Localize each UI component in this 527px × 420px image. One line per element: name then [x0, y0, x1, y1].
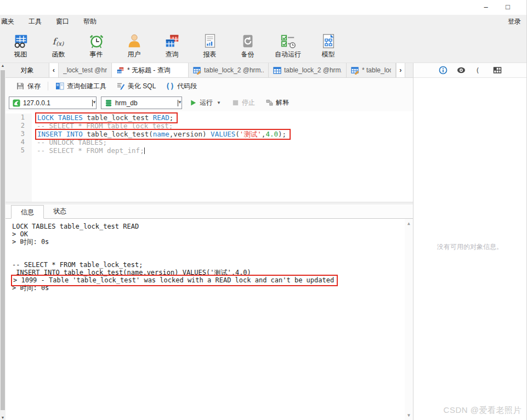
scroll-down-icon[interactable]: ▼: [0, 416, 5, 419]
query-icon: [116, 66, 124, 75]
code-snippet-icon: (): [166, 82, 174, 90]
query-icon: [164, 33, 180, 49]
line-number: 3: [5, 130, 32, 138]
message-line: > 时间: 0s: [12, 238, 401, 246]
query-builder-icon: [55, 82, 64, 90]
connection-icon: [13, 99, 20, 107]
backup-icon: [240, 33, 256, 49]
toolbar-button-backup[interactable]: 备份: [229, 30, 267, 61]
titlebar: – □: [0, 0, 526, 15]
annotation-box: > 1099 - Table 'table_lock_test' was loc…: [11, 275, 338, 286]
event-icon: [88, 33, 105, 49]
menu-item[interactable]: 窗口: [49, 15, 76, 29]
maximize-button[interactable]: □: [497, 1, 519, 15]
run-button[interactable]: 运行 ▼: [186, 98, 224, 107]
grid-icon[interactable]: [493, 66, 502, 75]
empty-info-text: 没有可用的对象信息。: [413, 242, 526, 252]
svg-text:(x): (x): [56, 40, 64, 47]
left-scrollbar[interactable]: ▲ ▼: [0, 63, 5, 420]
menu-item[interactable]: 工具: [21, 15, 49, 29]
left-scrollbar-thumb[interactable]: [1, 70, 5, 410]
sql-line[interactable]: LOCK TABLES table_lock_test READ;: [37, 113, 413, 122]
save-icon: [16, 82, 25, 90]
toolbar-button-func[interactable]: f(x)函数: [39, 30, 77, 61]
connection-bar: 127.0.0.1 ▼ hrm_db ▼ 运行 ▼ 停止: [5, 94, 413, 111]
sql-editor[interactable]: 12345 LOCK TABLES table_lock_test READ;-…: [5, 111, 413, 202]
message-line: -- SELECT * FROM table_lock_test;: [12, 261, 401, 269]
info-icon[interactable]: [439, 66, 447, 75]
table-icon: [273, 66, 281, 75]
minimize-button[interactable]: –: [475, 1, 497, 15]
annotation-box: INSERT INTO table_lock_test(name,version…: [35, 129, 291, 140]
toolbar-divider: [48, 82, 48, 90]
editor-tab[interactable]: table_lock_2 @hrm...: [269, 63, 347, 77]
eye-icon[interactable]: [457, 66, 466, 75]
menu-item[interactable]: 帮助: [76, 15, 104, 29]
toolbar-button-model[interactable]: 模型: [309, 30, 347, 61]
chevron-down-icon: ▼: [92, 100, 93, 106]
sql-line[interactable]: INSERT INTO table_lock_test(name,version…: [37, 130, 413, 138]
stop-button: 停止: [229, 98, 258, 107]
line-number: 4: [5, 138, 32, 146]
bottom-tabs: 信息 状态: [5, 205, 413, 219]
scroll-down-icon[interactable]: ▼: [405, 413, 413, 418]
run-dropdown-icon[interactable]: ▼: [217, 100, 221, 105]
object-info-header: ( ): [413, 63, 526, 78]
model-icon: [320, 33, 337, 49]
editor-tab[interactable]: table_lock_2 @hrm...: [189, 63, 269, 77]
message-line: LOCK TABLES table_lock_test READ: [12, 223, 401, 230]
save-button[interactable]: 保存: [11, 80, 46, 93]
toolbar-button-event[interactable]: 事件: [77, 30, 115, 61]
view-icon: [13, 33, 29, 49]
tab-objects[interactable]: 对象: [5, 63, 49, 77]
tab-info[interactable]: 信息: [11, 205, 44, 219]
login-button[interactable]: 登录: [502, 15, 526, 29]
toolbar-button-auto[interactable]: 自动运行: [267, 30, 309, 61]
tab-scroll-left-button[interactable]: ‹: [49, 63, 59, 77]
fx-icon: f(x): [50, 33, 67, 49]
editor-tab[interactable]: _lock_test @hr...: [59, 63, 112, 77]
scroll-up-icon[interactable]: ▲: [405, 221, 413, 226]
message-line: [12, 246, 401, 253]
menu-items: 藏夹工具窗口帮助: [0, 15, 104, 29]
run-icon: [190, 99, 197, 106]
line-number: 1: [5, 113, 32, 122]
menu-item[interactable]: 藏夹: [0, 15, 21, 29]
object-info-body: 没有可用的对象信息。 CSDN @爱看老照片: [413, 78, 526, 420]
navicat-window: – □ 藏夹工具窗口帮助 登录 视图f(x)函数事件用户查询报表备份自动运行模型…: [0, 0, 527, 420]
line-number: 2: [5, 122, 32, 130]
toolbar-button-user[interactable]: 用户: [115, 30, 153, 61]
query-builder-button[interactable]: 查询创建工具: [50, 80, 111, 93]
sql-code[interactable]: LOCK TABLES table_lock_test READ;-- SELE…: [32, 113, 413, 202]
line-number: 5: [5, 146, 32, 155]
snippet-icon[interactable]: ( ): [475, 66, 484, 75]
toolbar-button-query[interactable]: 查询: [153, 30, 191, 61]
toolbar-button-view[interactable]: 视图: [2, 30, 39, 61]
connection-select[interactable]: 127.0.0.1 ▼: [9, 97, 97, 109]
message-panel: LOCK TABLES table_lock_test READ> OK> 时间…: [5, 219, 413, 420]
editor-tab[interactable]: * 无标题 - 查询: [112, 63, 189, 77]
menubar: 藏夹工具窗口帮助 登录: [0, 15, 526, 29]
main-region: ▲ ▼ 对象 ‹ _lock_test @hr...* 无标题 - 查询tabl…: [0, 63, 526, 420]
report-icon: [202, 33, 218, 49]
beautify-sql-button[interactable]: 美化 SQL: [111, 80, 161, 93]
message-line: > OK: [12, 230, 401, 238]
editor-tabs: _lock_test @hr...* 无标题 - 查询table_lock_2 …: [59, 63, 396, 77]
toolbar-button-report[interactable]: 报表: [191, 30, 229, 61]
object-info-panel: ( ) 没有可用的对象信息。 CSDN @爱看老照片: [413, 63, 526, 420]
scroll-up-icon[interactable]: ▲: [0, 64, 5, 67]
message-line: > 1099 - Table 'table_lock_test' was loc…: [12, 276, 401, 284]
message-scrollbar[interactable]: ▲ ▼: [405, 219, 413, 420]
line-number-gutter: 12345: [5, 113, 32, 202]
editor-tab[interactable]: * table_loc: [347, 63, 396, 77]
message-lines: LOCK TABLES table_lock_test READ> OK> 时间…: [12, 223, 401, 292]
query-toolbar: 保存 查询创建工具 美化 SQL () 代码段: [5, 78, 413, 94]
database-select[interactable]: hrm_db ▼: [101, 97, 182, 109]
tab-status[interactable]: 状态: [44, 205, 76, 218]
explain-button[interactable]: 解释: [263, 98, 292, 107]
table-edit-icon: [351, 66, 359, 75]
code-snippet-button[interactable]: () 代码段: [161, 80, 202, 93]
tab-scroll-right-button[interactable]: ›: [396, 63, 405, 77]
sql-line[interactable]: -- SELECT * FROM dept_inf;: [37, 146, 413, 155]
beautify-pen-icon: [116, 82, 125, 90]
